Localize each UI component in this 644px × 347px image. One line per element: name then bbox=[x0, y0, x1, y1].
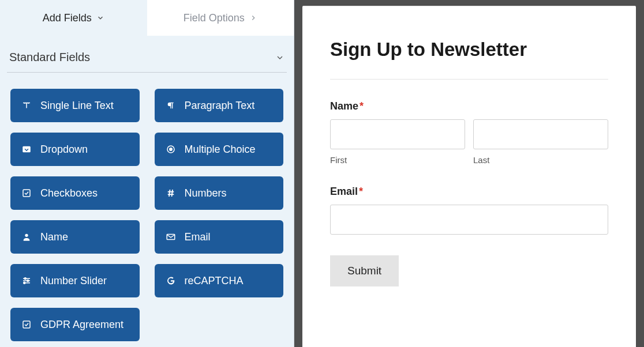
svg-point-2 bbox=[169, 148, 172, 151]
check-square-icon bbox=[21, 319, 32, 330]
field-checkboxes[interactable]: Checkboxes bbox=[10, 176, 140, 210]
name-label: Name bbox=[330, 100, 358, 112]
field-multiple-choice[interactable]: Multiple Choice bbox=[155, 133, 284, 166]
svg-rect-16 bbox=[23, 321, 30, 328]
google-icon bbox=[165, 275, 177, 286]
first-sublabel: First bbox=[330, 155, 465, 165]
field-label: Name bbox=[40, 231, 68, 243]
field-gdpr-agreement[interactable]: GDPR Agreement bbox=[10, 308, 140, 341]
last-sublabel: Last bbox=[473, 155, 608, 165]
svg-rect-3 bbox=[23, 190, 30, 197]
preview-area: Sign Up to Newsletter Name* First Last E… bbox=[294, 0, 644, 347]
field-single-line-text[interactable]: Single Line Text bbox=[10, 89, 140, 122]
email-input[interactable] bbox=[330, 205, 608, 235]
section-header[interactable]: Standard Fields bbox=[7, 46, 287, 73]
submit-button[interactable]: Submit bbox=[330, 255, 399, 286]
dropdown-icon bbox=[21, 144, 32, 155]
first-name-input[interactable] bbox=[330, 119, 465, 149]
field-label: Dropdown bbox=[40, 144, 88, 156]
field-label: GDPR Agreement bbox=[40, 319, 123, 331]
field-dropdown[interactable]: Dropdown bbox=[10, 133, 140, 166]
section-title: Standard Fields bbox=[9, 51, 90, 64]
tabs: Add Fields Field Options bbox=[0, 0, 294, 36]
fields-grid: Single Line Text Paragraph Text Dropdown… bbox=[7, 73, 287, 347]
field-paragraph-text[interactable]: Paragraph Text bbox=[155, 89, 284, 122]
name-label-row: Name* bbox=[330, 100, 608, 112]
form-title: Sign Up to Newsletter bbox=[330, 39, 608, 79]
tab-label: Add Fields bbox=[43, 12, 92, 24]
preview-card: Sign Up to Newsletter Name* First Last E… bbox=[302, 6, 636, 347]
checkbox-icon bbox=[21, 187, 32, 199]
field-name[interactable]: Name bbox=[10, 220, 140, 254]
chevron-down-icon bbox=[96, 14, 104, 22]
tab-field-options[interactable]: Field Options bbox=[147, 0, 294, 36]
field-label: Checkboxes bbox=[40, 187, 98, 199]
divider bbox=[330, 79, 608, 80]
field-label: reCAPTCHA bbox=[185, 275, 244, 287]
field-numbers[interactable]: Numbers bbox=[155, 176, 284, 210]
field-label: Email bbox=[185, 231, 211, 243]
svg-point-8 bbox=[25, 234, 28, 237]
first-name-col: First bbox=[330, 119, 465, 165]
field-number-slider[interactable]: Number Slider bbox=[10, 264, 140, 297]
chevron-down-icon bbox=[275, 53, 284, 62]
tab-add-fields[interactable]: Add Fields bbox=[0, 0, 147, 36]
svg-point-13 bbox=[27, 280, 29, 282]
field-label: Numbers bbox=[185, 187, 227, 199]
field-email[interactable]: Email bbox=[155, 220, 284, 254]
name-row: First Last bbox=[330, 119, 608, 165]
radio-icon bbox=[165, 144, 177, 155]
email-label: Email bbox=[330, 186, 358, 197]
field-label: Paragraph Text bbox=[185, 100, 255, 112]
last-name-input[interactable] bbox=[473, 119, 608, 149]
svg-rect-0 bbox=[23, 146, 31, 153]
email-label-row: Email* bbox=[330, 186, 608, 198]
svg-point-15 bbox=[24, 282, 25, 284]
field-label: Multiple Choice bbox=[185, 144, 256, 156]
left-panel: Add Fields Field Options Standard Fields bbox=[0, 0, 294, 347]
last-name-col: Last bbox=[473, 119, 608, 165]
svg-line-7 bbox=[171, 190, 173, 197]
section-standard-fields: Standard Fields Single Line Text Paragra… bbox=[0, 36, 294, 347]
required-mark: * bbox=[359, 186, 363, 197]
form-group-name: Name* First Last bbox=[330, 100, 608, 165]
field-recaptcha[interactable]: reCAPTCHA bbox=[155, 264, 284, 297]
tab-label: Field Options bbox=[184, 12, 245, 24]
form-group-email: Email* bbox=[330, 186, 608, 235]
hash-icon bbox=[165, 187, 177, 199]
paragraph-icon bbox=[165, 100, 177, 111]
svg-point-11 bbox=[24, 278, 26, 280]
svg-line-6 bbox=[169, 190, 170, 197]
person-icon bbox=[21, 231, 32, 243]
required-mark: * bbox=[360, 100, 364, 112]
field-label: Single Line Text bbox=[40, 100, 114, 112]
field-label: Number Slider bbox=[40, 275, 107, 287]
text-icon bbox=[21, 100, 32, 111]
chevron-right-icon bbox=[249, 14, 257, 22]
sliders-icon bbox=[21, 275, 32, 286]
envelope-icon bbox=[165, 231, 177, 243]
